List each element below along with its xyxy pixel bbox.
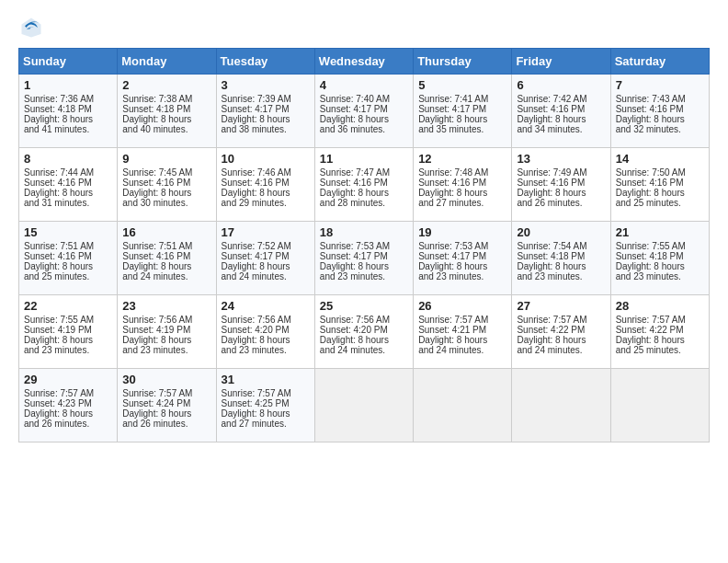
day-number: 10 <box>222 152 310 166</box>
cell-line: Daylight: 8 hours <box>418 114 506 124</box>
cell-line: Sunset: 4:17 PM <box>320 104 408 114</box>
day-number: 23 <box>122 299 210 313</box>
cell-line: and 34 minutes. <box>517 124 605 134</box>
cell-line: Sunrise: 7:39 AM <box>222 94 310 104</box>
calendar-cell: 25Sunrise: 7:56 AMSunset: 4:20 PMDayligh… <box>314 295 413 369</box>
day-number: 29 <box>24 373 112 386</box>
cell-line: Sunset: 4:16 PM <box>320 178 408 188</box>
calendar-cell: 11Sunrise: 7:47 AMSunset: 4:16 PMDayligh… <box>314 148 413 222</box>
calendar-cell: 19Sunrise: 7:53 AMSunset: 4:17 PMDayligh… <box>414 222 512 295</box>
cell-line: Sunrise: 7:50 AM <box>616 167 704 178</box>
week-row-5: 29Sunrise: 7:57 AMSunset: 4:23 PMDayligh… <box>19 369 710 442</box>
day-number: 20 <box>517 225 605 239</box>
cell-line: Sunset: 4:16 PM <box>616 178 704 188</box>
weekday-header-wednesday: Wednesday <box>314 49 413 75</box>
cell-line: Daylight: 8 hours <box>616 261 704 271</box>
calendar-cell: 9Sunrise: 7:45 AMSunset: 4:16 PMDaylight… <box>118 148 216 222</box>
cell-line: Sunset: 4:16 PM <box>418 178 506 188</box>
cell-line: Daylight: 8 hours <box>517 114 605 124</box>
calendar-cell: 5Sunrise: 7:41 AMSunset: 4:17 PMDaylight… <box>414 75 512 148</box>
cell-line: Daylight: 8 hours <box>222 335 310 345</box>
cell-line: Sunrise: 7:52 AM <box>222 241 310 251</box>
cell-line: Sunrise: 7:56 AM <box>122 315 210 325</box>
cell-line: and 24 minutes. <box>222 271 310 282</box>
cell-line: Sunrise: 7:43 AM <box>616 94 704 104</box>
calendar-cell: 26Sunrise: 7:57 AMSunset: 4:21 PMDayligh… <box>414 295 512 369</box>
day-number: 3 <box>222 78 310 92</box>
calendar-cell: 13Sunrise: 7:49 AMSunset: 4:16 PMDayligh… <box>512 148 610 222</box>
calendar-cell: 23Sunrise: 7:56 AMSunset: 4:19 PMDayligh… <box>118 295 216 369</box>
cell-line: Sunrise: 7:55 AM <box>616 241 704 251</box>
day-number: 1 <box>24 78 112 92</box>
calendar-cell: 8Sunrise: 7:44 AMSunset: 4:16 PMDaylight… <box>19 148 118 222</box>
cell-line: and 23 minutes. <box>320 271 408 282</box>
cell-line: and 25 minutes. <box>616 198 704 208</box>
calendar-cell: 10Sunrise: 7:46 AMSunset: 4:16 PMDayligh… <box>216 148 314 222</box>
calendar-cell: 6Sunrise: 7:42 AMSunset: 4:16 PMDaylight… <box>512 75 610 148</box>
day-number: 2 <box>122 78 210 92</box>
cell-line: and 25 minutes. <box>616 345 704 355</box>
cell-line: and 31 minutes. <box>24 198 112 208</box>
day-number: 24 <box>222 299 310 313</box>
cell-line: Daylight: 8 hours <box>222 188 310 198</box>
calendar-cell <box>610 369 709 442</box>
day-number: 27 <box>517 299 605 313</box>
calendar-cell: 21Sunrise: 7:55 AMSunset: 4:18 PMDayligh… <box>610 222 709 295</box>
cell-line: Daylight: 8 hours <box>616 335 704 345</box>
cell-line: Sunrise: 7:47 AM <box>320 167 408 178</box>
cell-line: Sunset: 4:16 PM <box>222 178 310 188</box>
day-number: 18 <box>320 225 408 239</box>
week-row-3: 15Sunrise: 7:51 AMSunset: 4:16 PMDayligh… <box>19 222 710 295</box>
calendar-cell: 16Sunrise: 7:51 AMSunset: 4:16 PMDayligh… <box>118 222 216 295</box>
cell-line: Daylight: 8 hours <box>122 408 210 419</box>
cell-line: Daylight: 8 hours <box>122 261 210 271</box>
cell-line: Sunset: 4:24 PM <box>122 398 210 408</box>
cell-line: Sunrise: 7:38 AM <box>122 94 210 104</box>
cell-line: Sunset: 4:20 PM <box>320 325 408 335</box>
cell-line: and 23 minutes. <box>616 271 704 282</box>
calendar-cell: 17Sunrise: 7:52 AMSunset: 4:17 PMDayligh… <box>216 222 314 295</box>
cell-line: Sunrise: 7:56 AM <box>222 315 310 325</box>
cell-line: Daylight: 8 hours <box>222 114 310 124</box>
cell-line: and 23 minutes. <box>24 345 112 355</box>
logo <box>18 15 48 40</box>
day-number: 25 <box>320 299 408 313</box>
cell-line: Sunset: 4:16 PM <box>122 178 210 188</box>
cell-line: Sunset: 4:25 PM <box>222 398 310 408</box>
cell-line: Sunrise: 7:40 AM <box>320 94 408 104</box>
cell-line: Sunrise: 7:41 AM <box>418 94 506 104</box>
cell-line: and 24 minutes. <box>418 345 506 355</box>
cell-line: Sunrise: 7:57 AM <box>517 315 605 325</box>
cell-line: Daylight: 8 hours <box>320 114 408 124</box>
cell-line: Sunset: 4:20 PM <box>222 325 310 335</box>
cell-line: and 25 minutes. <box>24 271 112 282</box>
cell-line: Daylight: 8 hours <box>122 335 210 345</box>
day-number: 16 <box>122 225 210 239</box>
cell-line: Daylight: 8 hours <box>320 261 408 271</box>
day-number: 21 <box>616 225 704 239</box>
cell-line: and 27 minutes. <box>418 198 506 208</box>
cell-line: and 24 minutes. <box>320 345 408 355</box>
cell-line: Daylight: 8 hours <box>122 188 210 198</box>
cell-line: and 29 minutes. <box>222 198 310 208</box>
day-number: 4 <box>320 78 408 92</box>
calendar-cell: 22Sunrise: 7:55 AMSunset: 4:19 PMDayligh… <box>19 295 118 369</box>
cell-line: Sunset: 4:17 PM <box>320 251 408 261</box>
day-number: 26 <box>418 299 506 313</box>
cell-line: Sunset: 4:16 PM <box>24 251 112 261</box>
cell-line: Daylight: 8 hours <box>24 261 112 271</box>
calendar-cell: 2Sunrise: 7:38 AMSunset: 4:18 PMDaylight… <box>118 75 216 148</box>
cell-line: Daylight: 8 hours <box>616 114 704 124</box>
cell-line: Sunrise: 7:53 AM <box>320 241 408 251</box>
day-number: 28 <box>616 299 704 313</box>
cell-line: and 40 minutes. <box>122 124 210 134</box>
cell-line: Sunrise: 7:49 AM <box>517 167 605 178</box>
cell-line: Sunrise: 7:57 AM <box>616 315 704 325</box>
weekday-header-friday: Friday <box>512 49 610 75</box>
cell-line: Sunset: 4:17 PM <box>222 251 310 261</box>
cell-line: Daylight: 8 hours <box>24 335 112 345</box>
cell-line: Sunrise: 7:44 AM <box>24 167 112 178</box>
cell-line: Sunrise: 7:57 AM <box>418 315 506 325</box>
cell-line: Sunset: 4:17 PM <box>418 251 506 261</box>
cell-line: Sunrise: 7:36 AM <box>24 94 112 104</box>
